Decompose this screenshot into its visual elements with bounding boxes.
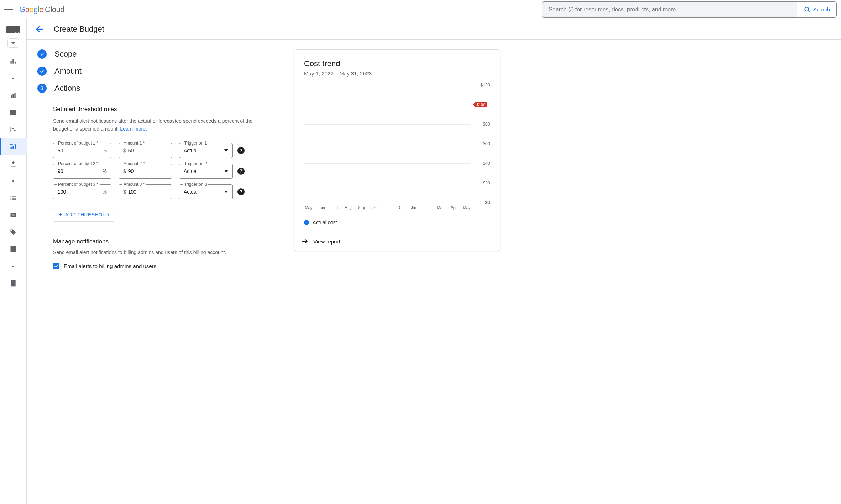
grid-line (304, 183, 471, 183)
back-arrow-icon[interactable] (35, 25, 44, 33)
grid-line (304, 124, 471, 125)
svg-rect-15 (12, 146, 14, 149)
global-search-input[interactable] (542, 6, 797, 13)
svg-rect-3 (12, 59, 14, 63)
sidebar-item-breakdown[interactable] (0, 121, 27, 138)
percent-field[interactable]: Percent of budget 1 * % (53, 143, 111, 158)
trigger-select[interactable]: Trigger on 3 Actual (179, 184, 233, 199)
svg-rect-18 (11, 166, 15, 167)
threshold-row: Percent of budget 2 * % Amount 2 * $ Tri… (53, 164, 280, 179)
bar-chart-icon (10, 92, 17, 99)
x-axis-tick: Aug (344, 205, 353, 210)
sidebar-item-reports[interactable] (0, 87, 27, 104)
calculator-icon (10, 246, 17, 253)
trigger-select[interactable]: Trigger on 2 Actual (179, 164, 233, 179)
sidebar-item-list[interactable] (0, 189, 27, 206)
x-axis-tick: May (462, 205, 471, 210)
x-axis-tick: Apr (449, 205, 458, 210)
top-bar: Google Cloud Search (0, 0, 841, 19)
percent-icon: % (10, 211, 17, 219)
sidebar-item-tag[interactable] (0, 224, 27, 241)
help-icon[interactable]: ? (237, 168, 245, 175)
document-icon (10, 280, 17, 287)
x-axis-tick: Sep (357, 205, 366, 210)
amount-input[interactable] (128, 168, 167, 174)
amount-field[interactable]: Amount 2 * $ (119, 164, 172, 179)
trigger-select[interactable]: Trigger on 1 Actual (179, 143, 233, 158)
list-icon (10, 194, 17, 201)
svg-rect-6 (12, 94, 14, 98)
threshold-row: Percent of budget 3 * % Amount 3 * $ Tri… (53, 184, 280, 199)
svg-rect-12 (12, 128, 14, 129)
percent-field[interactable]: Percent of budget 3 * % (53, 184, 111, 199)
check-icon (37, 67, 47, 76)
step-scope[interactable]: Scope (37, 49, 280, 59)
sidebar-item-budgets[interactable] (0, 138, 27, 155)
svg-rect-4 (15, 62, 16, 64)
percent-input[interactable] (58, 168, 103, 174)
amount-field[interactable]: Amount 1 * $ (119, 143, 172, 158)
search-bar: Search (542, 1, 837, 18)
percent-input[interactable] (58, 148, 103, 153)
svg-rect-5 (11, 95, 12, 98)
notifications-description: Send email alert notifications to billin… (53, 250, 280, 255)
help-icon[interactable]: ? (237, 147, 245, 154)
amount-field[interactable]: Amount 3 * $ (119, 184, 172, 199)
learn-more-link[interactable]: Learn more. (120, 126, 147, 132)
check-icon (37, 49, 47, 59)
cost-trend-range: May 1, 2022 – May 31, 2023 (304, 70, 490, 77)
hamburger-menu-icon[interactable] (4, 5, 13, 14)
search-button[interactable]: Search (797, 2, 836, 17)
sidebar-item-dot[interactable] (0, 70, 27, 87)
step-amount[interactable]: Amount (37, 67, 280, 76)
svg-rect-14 (11, 147, 12, 149)
x-axis-tick: Jun (317, 205, 327, 210)
page-title: Create Budget (54, 25, 104, 34)
x-axis: MayJunJulAugSepOct.DecJan.MarAprMay (304, 205, 471, 210)
svg-rect-21 (11, 198, 12, 199)
amount-input[interactable] (128, 148, 167, 153)
svg-rect-19 (11, 196, 12, 197)
step-actions[interactable]: 3 Actions (37, 84, 280, 93)
table-icon (10, 109, 17, 116)
y-axis-label: $60 (483, 141, 490, 146)
help-icon[interactable]: ? (237, 188, 245, 195)
percent-input[interactable] (58, 189, 103, 195)
percent-field[interactable]: Percent of budget 2 * % (53, 164, 111, 179)
grid-line (304, 144, 471, 144)
cost-trend-title: Cost trend (304, 59, 490, 68)
threshold-row: Percent of budget 1 * % Amount 1 * $ Tri… (53, 143, 280, 158)
alert-rules-description: Send email alert notifications after the… (53, 117, 267, 133)
chevron-down-icon (224, 191, 228, 193)
sidebar-item-overview[interactable] (0, 53, 27, 70)
billing-account-icon[interactable] (6, 26, 20, 33)
sidebar-item-percent[interactable]: % (0, 206, 27, 224)
legend-dot-icon (304, 220, 309, 225)
sidebar-item-doc[interactable] (0, 275, 27, 292)
sidebar-item-calc[interactable] (0, 241, 27, 258)
amount-input[interactable] (128, 189, 167, 195)
budget-icon (10, 143, 17, 150)
sidebar-item-dot2[interactable] (0, 172, 27, 189)
cost-trend-card: Cost trend May 1, 2022 – May 31, 2023 $0… (294, 49, 500, 251)
svg-rect-2 (11, 61, 12, 63)
x-axis-tick: Oct (370, 205, 379, 210)
svg-point-27 (11, 230, 12, 231)
dollar-sign: $ (123, 148, 126, 153)
svg-rect-24 (12, 199, 16, 200)
x-axis-tick: Mar (436, 205, 445, 210)
sidebar-item-export[interactable] (0, 155, 27, 172)
sidebar-item-table[interactable] (0, 104, 27, 121)
grid-line (304, 203, 471, 203)
arrow-right-icon (301, 238, 308, 245)
step-number: 3 (37, 84, 47, 93)
tag-icon (10, 229, 17, 236)
sidebar-account-dropdown[interactable] (7, 38, 19, 48)
email-alerts-checkbox[interactable] (53, 263, 59, 269)
view-report-link[interactable]: View report (294, 232, 500, 251)
y-axis-label: $0 (485, 200, 490, 205)
google-cloud-logo[interactable]: Google Cloud (19, 5, 64, 14)
plus-icon: + (58, 211, 62, 219)
sidebar-item-dot3[interactable] (0, 258, 27, 275)
add-threshold-button[interactable]: + ADD THRESHOLD (53, 208, 114, 222)
